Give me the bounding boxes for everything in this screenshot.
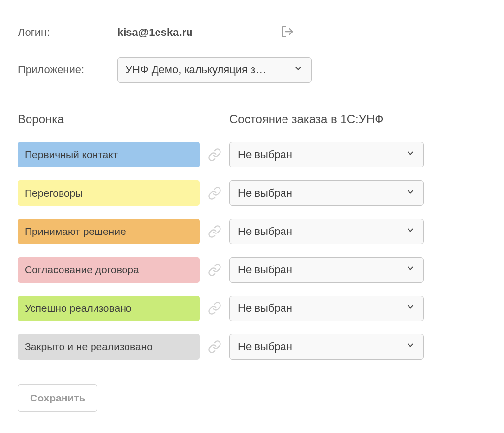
login-value: kisa@1eska.ru [117,26,193,39]
stage-badge: Согласование договора [18,257,200,283]
link-icon [200,263,229,277]
state-select[interactable]: Не выбран [229,219,424,244]
application-row: Приложение: УНФ Демо, калькуляция з… [18,57,486,83]
state-selected-value: Не выбран [238,302,292,315]
link-icon [200,340,229,354]
mapping-row: Согласование договораНе выбран [18,257,486,283]
mapping-row: Успешно реализованоНе выбран [18,296,486,321]
logout-icon[interactable] [281,25,294,40]
link-icon [200,148,229,162]
application-label: Приложение: [18,64,117,76]
chevron-down-icon [406,225,415,238]
stage-badge: Закрыто и не реализовано [18,334,200,360]
chevron-down-icon [293,64,303,76]
state-select[interactable]: Не выбран [229,257,424,283]
link-icon [200,301,229,315]
state-selected-value: Не выбран [238,148,292,161]
stage-badge: Принимают решение [18,219,200,244]
save-button[interactable]: Сохранить [18,384,97,412]
mappings-list: Первичный контактНе выбранПереговорыНе в… [18,142,486,360]
state-selected-value: Не выбран [238,340,292,353]
state-select[interactable]: Не выбран [229,334,424,360]
state-select[interactable]: Не выбран [229,142,424,167]
state-select[interactable]: Не выбран [229,180,424,206]
chevron-down-icon [406,187,415,200]
link-icon [200,225,229,238]
funnel-column-header: Воронка [18,112,229,126]
state-column-header: Состояние заказа в 1С:УНФ [229,112,384,126]
stage-badge: Первичный контакт [18,142,200,167]
state-select[interactable]: Не выбран [229,296,424,321]
chevron-down-icon [406,302,415,315]
mapping-row: Принимают решениеНе выбран [18,219,486,244]
state-selected-value: Не выбран [238,187,292,200]
chevron-down-icon [406,264,415,276]
save-button-label: Сохранить [30,392,85,404]
mapping-row: ПереговорыНе выбран [18,180,486,206]
application-select[interactable]: УНФ Демо, калькуляция з… [117,57,312,83]
login-label: Логин: [18,26,117,39]
state-selected-value: Не выбран [238,225,292,238]
stage-badge: Переговоры [18,180,200,206]
mapping-row: Первичный контактНе выбран [18,142,486,167]
chevron-down-icon [406,340,415,353]
chevron-down-icon [406,148,415,161]
state-selected-value: Не выбран [238,264,292,276]
application-selected-value: УНФ Демо, калькуляция з… [126,64,266,76]
login-row: Логин: kisa@1eska.ru [18,25,486,40]
section-headers: Воронка Состояние заказа в 1С:УНФ [18,112,486,126]
mapping-row: Закрыто и не реализованоНе выбран [18,334,486,360]
stage-badge: Успешно реализовано [18,296,200,321]
link-icon [200,186,229,200]
